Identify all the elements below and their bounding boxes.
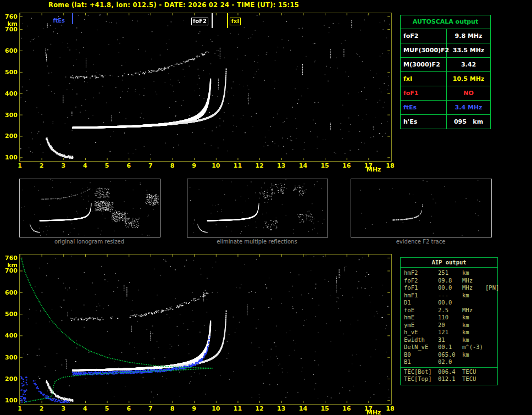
autoscala-row-ftEs: ftEs3.4 MHz <box>401 101 490 115</box>
thumbnail-original-ionogram <box>19 179 160 237</box>
aip-row-unit: km <box>462 336 485 344</box>
aip-output-panel: AIP output hmF2251kmfoF209.8MHzfoF100.0M… <box>400 257 498 385</box>
aip-row-note <box>485 322 497 329</box>
aip-row-note: [PN] <box>485 284 499 292</box>
x-tick-label: 15 <box>319 162 330 169</box>
aip-row-value: 00.0 <box>438 284 462 292</box>
aip-row-unit <box>462 358 485 366</box>
aip-row-h_vE: h_vE121km <box>401 329 497 336</box>
x-tick-label: 11 <box>232 405 243 412</box>
page-title: Rome (lat: +41.8, lon: 012.5) - DATE: 20… <box>48 1 299 9</box>
x-axis-unit-label: MHz <box>365 166 382 173</box>
aip-row-value: 065.0 <box>438 351 462 359</box>
aip-row-label: hmE <box>404 314 438 322</box>
aip-row-foF1: foF100.0MHz[PN] <box>401 284 497 292</box>
aip-row-unit: km <box>462 292 485 300</box>
thumb-caption-evidence: evidence F2 trace <box>351 239 491 245</box>
x-tick-label: 9 <box>189 405 199 412</box>
thumb-caption-eliminate: eliminate multiple reflections <box>187 239 327 245</box>
x-tick-label: 16 <box>341 162 352 169</box>
autoscala-row-label: foF1 <box>401 86 447 100</box>
x-tick-label: 1 <box>14 162 25 169</box>
autoscala-output-panel: AUTOSCALA output foF29.8 MHzMUF(3000)F23… <box>400 15 491 129</box>
marker-line-ftEs <box>72 13 73 24</box>
y-tick-label: 300 <box>1 354 18 361</box>
y-tick-label: 200 <box>1 132 18 140</box>
autoscala-row-value: NO <box>447 86 490 100</box>
aip-row-note <box>485 344 497 351</box>
x-tick-label: 5 <box>102 162 113 169</box>
aip-row-unit: km <box>462 314 485 322</box>
x-tick-label: 8 <box>167 405 178 412</box>
x-tick-label: 14 <box>297 162 308 169</box>
aip-tec-value: 012.1 <box>438 375 462 383</box>
autoscala-row-M(3000)F2: M(3000)F23.42 <box>401 58 490 72</box>
aip-row-value: --- <box>438 292 462 300</box>
aip-row-value: 2.5 <box>438 307 462 314</box>
autoscala-row-label: foF2 <box>401 29 447 43</box>
autoscala-row-label: h'Es <box>401 115 447 129</box>
x-tick-label: 7 <box>145 405 156 412</box>
thumbnail-eliminate-multiples <box>187 179 328 237</box>
y-tick-label: 760 <box>1 13 18 20</box>
aip-row-B0: B0065.0km <box>401 351 497 359</box>
y-tick-label: 500 <box>1 311 18 318</box>
aip-row-label: B0 <box>404 351 438 359</box>
thumbnail-canvas-original <box>20 179 159 236</box>
autoscala-row-foF1: foF1NO <box>401 86 490 101</box>
aip-row-unit: km <box>462 351 485 359</box>
y-tick-label: 100 <box>1 397 18 404</box>
autoscala-panel-title: AUTOSCALA output <box>401 15 490 29</box>
x-tick-label: 2 <box>36 405 47 412</box>
x-tick-label: 3 <box>58 162 69 169</box>
aip-row-value: 00.1 <box>438 344 462 351</box>
x-tick-label: 2 <box>36 162 47 169</box>
marker-label-ftEs: ftEs <box>52 18 66 24</box>
aip-row-Ewidth: Ewidth31km <box>401 336 497 344</box>
autoscala-row-fxI: fxI10.5 MHz <box>401 72 490 86</box>
y-tick-label: 400 <box>1 332 18 339</box>
aip-row-value: 31 <box>438 336 462 344</box>
x-tick-label: 6 <box>123 405 134 412</box>
aip-row-unit: m^(-3) <box>462 344 485 351</box>
x-tick-label: 18 <box>385 405 396 412</box>
autoscala-row-value: 10.5 MHz <box>447 72 490 86</box>
x-tick-label: 15 <box>319 405 330 412</box>
y-tick-label: 600 <box>1 289 18 296</box>
x-tick-label: 5 <box>102 405 113 412</box>
aip-row-value: 20 <box>438 322 462 329</box>
x-tick-label: 10 <box>210 405 221 412</box>
aip-row-value: 251 <box>438 269 462 277</box>
autoscala-row-label: ftEs <box>401 101 447 114</box>
y-axis-unit-label: km <box>1 20 18 27</box>
x-tick-label: 6 <box>123 162 134 169</box>
aip-row-label: hmF2 <box>404 269 438 277</box>
aip-row-note <box>485 277 497 285</box>
aip-tec-row-TEC[Bot]: TEC[Bot]006.4TECU <box>401 368 497 376</box>
x-tick-label: 11 <box>232 162 243 169</box>
aip-row-D1: D100.0 <box>401 299 497 307</box>
autoscala-row-MUF(3000)F2: MUF(3000)F233.5 MHz <box>401 43 490 58</box>
aip-row-label: foF2 <box>404 277 438 285</box>
x-tick-label: 12 <box>254 405 265 412</box>
aip-tec-label: TEC[Top] <box>404 375 438 383</box>
autoscala-row-value: 3.4 MHz <box>447 101 490 114</box>
ionogram-plot-top: ftEsfoF2fxI <box>19 13 392 162</box>
y-tick-label: 500 <box>1 69 18 76</box>
aip-row-label: foF1 <box>404 284 438 292</box>
aip-rows: hmF2251kmfoF209.8MHzfoF100.0MHz[PN]hmF1-… <box>401 268 497 366</box>
aip-row-unit: MHz <box>462 307 485 314</box>
marker-label-foF2: foF2 <box>191 18 208 25</box>
x-tick-label: 16 <box>341 405 352 412</box>
autoscala-rows: foF29.8 MHzMUF(3000)F233.5 MHzM(3000)F23… <box>401 29 490 129</box>
aip-row-label: D1 <box>404 299 438 307</box>
aip-row-unit: km <box>462 322 485 329</box>
x-tick-label: 14 <box>297 405 308 412</box>
aip-row-label: hmF1 <box>404 292 438 300</box>
aip-row-ymE: ymE20km <box>401 322 497 329</box>
aip-row-note <box>485 307 497 314</box>
marker-line-fxI <box>227 13 228 28</box>
aip-tec-rows: TEC[Bot]006.4TECUTEC[Top]012.1TECU <box>401 368 497 383</box>
aip-row-unit: km <box>462 329 485 336</box>
ionogram-canvas-bottom <box>20 254 390 403</box>
